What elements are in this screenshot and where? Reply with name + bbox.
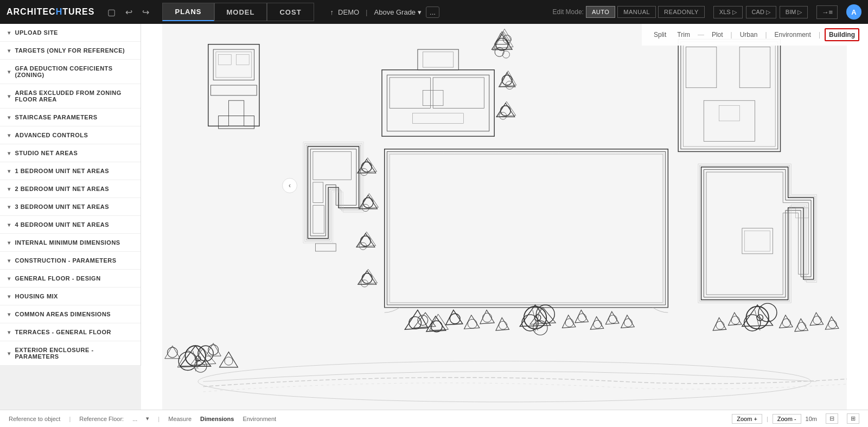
separator: | (366, 8, 367, 16)
window-icon[interactable]: ▢ (105, 5, 118, 20)
chevron-icon: ▾ (8, 222, 11, 228)
canvas-area[interactable]: Split Trim — Plot | Urban | Environment … (141, 24, 868, 410)
export-bim-button[interactable]: BIM ▷ (780, 6, 808, 18)
sidebar-item-staircase[interactable]: ▾ STAIRCASE PARAMETERS (0, 109, 141, 126)
nav-tabs: PLANS MODEL COST (162, 3, 314, 21)
right-controls: Edit Mode: AUTO MANUAL READONLY XLS ▷ CA… (553, 4, 861, 20)
panel-collapse-button[interactable]: ⊟ (826, 413, 838, 424)
undo-icon[interactable]: ↩ (123, 5, 135, 20)
tab-model[interactable]: MODEL (214, 3, 267, 21)
view-separator4: | (819, 31, 820, 39)
environment-view-button[interactable]: Environment (242, 416, 276, 422)
plot-button[interactable]: Plot (709, 29, 726, 40)
chevron-icon: ▾ (8, 48, 11, 54)
reference-floor-label: Reference Floor: (79, 416, 124, 422)
dimensions-button[interactable]: Dimensions (200, 416, 234, 422)
chevron-icon: ▾ (8, 93, 11, 99)
building-button[interactable]: Building (825, 28, 859, 41)
sidebar-item-label: TERRACES - GENERAL FLOOR (15, 329, 111, 335)
sidebar-item-label: CONSTRUCTION - PARAMETERS (15, 257, 117, 264)
zoom-separator: | (767, 416, 768, 422)
architectural-canvas[interactable] (141, 24, 868, 410)
sidebar-item-advanced[interactable]: ▾ ADVANCED CONTROLS (0, 126, 141, 144)
view-separator3: | (765, 31, 767, 39)
sidebar-item-studio[interactable]: ▾ STUDIO NET AREAS (0, 144, 141, 162)
floor-chevron-button[interactable]: ▾ (146, 415, 149, 422)
edit-mode-section: Edit Mode: AUTO MANUAL READONLY (553, 6, 705, 18)
chevron-icon: ▾ (8, 168, 11, 174)
sidebar-item-general-floor[interactable]: ▾ GENERAL FLOOR - DESIGN (0, 270, 141, 288)
zoom-level-display: 10m (806, 416, 817, 422)
sidebar-item-label: 3 BEDROOM UNIT NET AREAS (15, 203, 110, 210)
flow-button[interactable]: →≡ (816, 5, 838, 19)
zoom-minus-button[interactable]: Zoom - (773, 414, 801, 424)
zoom-plus-button[interactable]: Zoom + (732, 414, 762, 424)
sidebar-item-gfa[interactable]: ▾ GFA DEDUCTION COEFICIENTS (ZONING) (0, 60, 141, 84)
sidebar-item-label: 2 BEDROOM UNIT NET AREAS (15, 186, 110, 192)
bottom-bar: Reference to object | Reference Floor: .… (0, 410, 868, 427)
sidebar-item-construction[interactable]: ▾ CONSTRUCTION - PARAMETERS (0, 252, 141, 270)
svg-rect-0 (162, 24, 847, 410)
above-grade-dropdown[interactable]: Above Grade ▾ (374, 8, 422, 16)
sidebar-item-exterior[interactable]: ▾ EXTERIOR ENCLOSURE - PARAMETERS (0, 341, 141, 366)
sidebar-item-label: INTERNAL MINIMUM DIMENSIONS (15, 239, 120, 246)
sidebar-item-housing-mix[interactable]: ▾ HOUSING MIX (0, 288, 141, 305)
mode-auto-button[interactable]: AUTO (586, 6, 615, 18)
environment-button[interactable]: Environment (771, 29, 814, 40)
more-options-button[interactable]: ... (426, 7, 439, 18)
sidebar-wrapper: ▾ UPLOAD SITE ▾ TARGETS (only for refere… (0, 24, 141, 410)
sidebar-item-label: ADVANCED CONTROLS (15, 132, 88, 138)
sidebar-item-label: EXTERIOR ENCLOSURE - PARAMETERS (15, 347, 133, 360)
export-xls-arrow: ▷ (732, 9, 737, 16)
panel-expand-button[interactable]: ⊞ (847, 413, 859, 424)
sidebar-item-3bed[interactable]: ▾ 3 BEDROOM UNIT NET AREAS (0, 198, 141, 216)
top-navigation: ARCHITECHTURES ▢ ↩ ↪ PLANS MODEL COST ↑ … (0, 0, 868, 24)
chevron-icon: ▾ (8, 30, 11, 36)
reference-object-button[interactable]: Reference to object (9, 416, 60, 422)
export-xls-button[interactable]: XLS ▷ (713, 6, 743, 18)
tab-cost[interactable]: COST (267, 3, 314, 21)
chevron-icon: ▾ (8, 204, 11, 210)
chevron-icon: ▾ (8, 294, 11, 299)
sidebar-item-label: AREAS EXCLUDED FROM ZONING FLOOR AREA (15, 90, 133, 103)
export-cad-button[interactable]: CAD ▷ (746, 6, 776, 18)
sidebar-item-4bed[interactable]: ▾ 4 BEDROOM UNIT NET AREAS (0, 216, 141, 234)
chevron-icon: ▾ (8, 276, 11, 282)
sidebar-item-label: 1 BEDROOM UNIT NET AREAS (15, 168, 110, 174)
user-avatar[interactable]: A (846, 4, 861, 20)
export-cad-arrow: ▷ (766, 9, 770, 16)
sidebar-item-upload-site[interactable]: ▾ UPLOAD SITE (0, 24, 141, 42)
arrow-up-icon: ↑ (330, 8, 334, 16)
redo-icon[interactable]: ↪ (140, 5, 151, 20)
sidebar-item-areas-excluded[interactable]: ▾ AREAS EXCLUDED FROM ZONING FLOOR AREA (0, 84, 141, 109)
sidebar-item-2bed[interactable]: ▾ 2 BEDROOM UNIT NET AREAS (0, 180, 141, 198)
mode-readonly-button[interactable]: READONLY (658, 6, 705, 18)
sidebar-item-terraces[interactable]: ▾ TERRACES - GENERAL FLOOR (0, 323, 141, 341)
sidebar-item-label: HOUSING MIX (15, 293, 58, 299)
sidebar-item-common-areas[interactable]: ▾ COMMON AREAS DIMENSIONS (0, 305, 141, 323)
export-buttons: XLS ▷ CAD ▷ BIM ▷ (713, 6, 808, 18)
sidebar-item-label: STUDIO NET AREAS (15, 150, 78, 156)
split-button[interactable]: Split (650, 29, 669, 40)
view-separator: — (698, 31, 704, 39)
export-bim-arrow: ▷ (797, 9, 802, 16)
main-content: ▾ UPLOAD SITE ▾ TARGETS (only for refere… (0, 24, 868, 410)
view-toolbar: Split Trim — Plot | Urban | Environment … (642, 24, 868, 46)
chevron-down-icon: ▾ (418, 8, 422, 16)
sidebar-item-label: UPLOAD SITE (15, 29, 58, 36)
sidebar-item-internal-min[interactable]: ▾ INTERNAL MINIMUM DIMENSIONS (0, 234, 141, 252)
trim-button[interactable]: Trim (674, 29, 693, 40)
chevron-icon: ▾ (8, 132, 11, 138)
demo-label: DEMO (338, 8, 359, 16)
chevron-icon: ▾ (8, 114, 11, 120)
collapse-sidebar-button[interactable]: ‹ (282, 178, 297, 193)
app-logo: ARCHITECHTURES (7, 7, 94, 17)
sidebar-item-1bed[interactable]: ▾ 1 BEDROOM UNIT NET AREAS (0, 162, 141, 180)
chevron-icon: ▾ (8, 240, 11, 246)
urban-button[interactable]: Urban (737, 29, 761, 40)
mode-manual-button[interactable]: MANUAL (617, 6, 656, 18)
measure-button[interactable]: Measure (168, 416, 192, 422)
sidebar-item-targets[interactable]: ▾ TARGETS (only for reference) (0, 42, 141, 60)
reference-floor-dropdown[interactable]: ... (132, 416, 137, 422)
tab-plans[interactable]: PLANS (162, 3, 214, 21)
